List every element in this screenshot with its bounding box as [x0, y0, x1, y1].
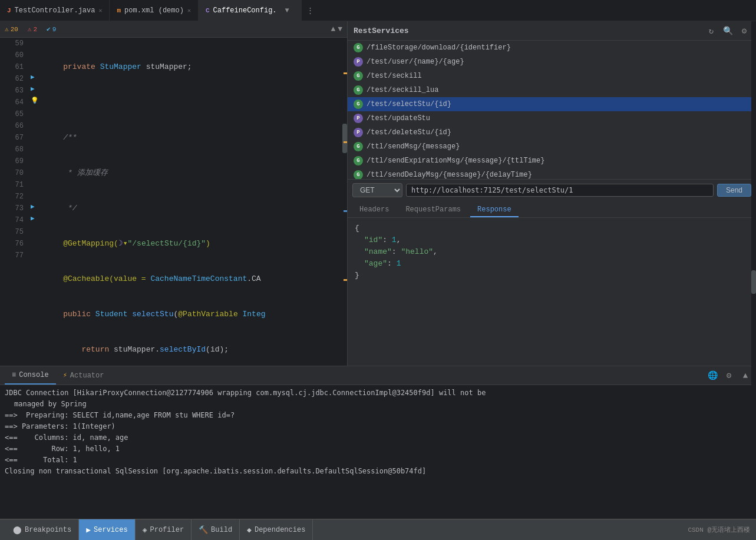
service-path-7: /ttl/sendMsg/{message}: [367, 143, 460, 151]
tab-kt[interactable]: C CaffeineConfig. ▼: [199, 0, 302, 21]
bottom-tabs: ≡ Console ⚡ Actuator 🌐 ⚙ ▲: [0, 366, 756, 385]
method-dropdown[interactable]: GET POST PUT DELETE: [352, 183, 402, 197]
send-button[interactable]: Send: [717, 184, 751, 197]
method-badge-get-3: G: [354, 85, 363, 95]
java-file-icon: J: [7, 7, 11, 14]
status-dependencies[interactable]: ◆ Dependencies: [240, 519, 313, 540]
service-item-2[interactable]: G /test/seckill: [348, 69, 756, 83]
code-line-65: @Cacheable(value = CacheNameTimeConstant…: [45, 273, 342, 285]
tab-console[interactable]: ≡ Console: [5, 366, 56, 385]
bottom-settings-icon[interactable]: ⚙: [723, 370, 735, 382]
gutter-run-66[interactable]: ▶: [31, 85, 35, 92]
method-badge-get-4: G: [354, 100, 363, 109]
method-badge-post-6: P: [354, 128, 363, 137]
service-item-0[interactable]: G /fileStorage/download/{identifier}: [348, 41, 756, 55]
method-badge-get-7: G: [354, 142, 363, 151]
tab-headers[interactable]: Headers: [352, 203, 396, 217]
code-line-63: */: [45, 203, 342, 214]
code-line-67: return stuMapper.selectById(id);: [45, 344, 342, 356]
service-item-4[interactable]: G /test/selectStu/{id}: [348, 97, 756, 111]
service-item-8[interactable]: G /ttl/sendExpirationMsg/{message}/{ttlT…: [348, 154, 756, 168]
gutter-run-65[interactable]: ▶: [31, 73, 35, 81]
globe-icon[interactable]: 🌐: [707, 370, 718, 382]
gutter-warn-67: 💡: [31, 97, 39, 104]
scroll-up-icon[interactable]: ▲: [740, 370, 751, 382]
dependencies-label: Dependencies: [255, 526, 305, 534]
actuator-icon: ⚡: [63, 371, 67, 380]
code-line-61: /**: [45, 132, 342, 144]
status-services[interactable]: ▶ Services: [79, 519, 135, 540]
service-item-6[interactable]: P /test/deleteStu/{id}: [348, 125, 756, 140]
service-path-0: /fileStorage/download/{identifier}: [367, 44, 511, 52]
service-path-6: /test/deleteStu/{id}: [367, 128, 451, 137]
status-profiler[interactable]: ◈ Profiler: [136, 519, 192, 540]
request-area: GET POST PUT DELETE Send: [348, 179, 756, 201]
service-item-7[interactable]: G /ttl/sendMsg/{message}: [348, 140, 756, 154]
console-line-5: <== Total: 1: [5, 455, 751, 466]
bottom-panel: ≡ Console ⚡ Actuator 🌐 ⚙ ▲ JDBC Connecti…: [0, 366, 756, 519]
rest-panel: RestServices ↻ 🔍 ⚙ G /fileStorage/downlo…: [348, 21, 756, 366]
main-area: ⚠ 20 ⚠ 2 ✔ 9 ▲ ▼ 59 60 61 62: [0, 21, 756, 366]
close-tab-java[interactable]: ✕: [98, 7, 102, 14]
service-path-8: /ttl/sendExpirationMsg/{message}/{ttlTim…: [367, 157, 544, 165]
profiler-icon: ◈: [143, 525, 147, 535]
status-breakpoints[interactable]: ⬤ Breakpoints: [6, 519, 79, 540]
settings-icon[interactable]: ⚙: [738, 25, 750, 37]
tab-java[interactable]: J TestController.java ✕: [0, 0, 110, 21]
console-line-2: ==> Parameters: 1(Integer): [5, 421, 751, 432]
tab-kt-label: CaffeineConfig.: [213, 6, 277, 15]
profiler-label: Profiler: [150, 526, 184, 534]
nav-down-icon[interactable]: ▼: [338, 25, 342, 34]
error-count: ⚠ 2: [28, 25, 37, 33]
service-path-1: /test/user/{name}/{age}: [367, 58, 464, 66]
search-icon[interactable]: 🔍: [722, 25, 734, 37]
error-icon: ⚠: [28, 25, 32, 33]
service-item-3[interactable]: G /test/seckill_lua: [348, 83, 756, 97]
response-age: "age": 1: [355, 258, 749, 270]
checkmark-icon: ✔: [47, 25, 51, 33]
tab-overflow-icon[interactable]: ▼: [280, 6, 294, 15]
code-line-64: @GetMapping(☽▾"/selectStu/{id}"): [45, 238, 342, 250]
refresh-icon[interactable]: ↻: [705, 25, 717, 37]
service-item-5[interactable]: P /test/updateStu: [348, 111, 756, 125]
breakpoints-label: Breakpoints: [25, 526, 71, 534]
method-badge-get-0: G: [354, 43, 363, 52]
tab-xml-label: pom.xml (demo): [124, 6, 184, 15]
warning-icon: ⚠: [5, 25, 9, 33]
kt-file-icon: C: [206, 7, 210, 14]
xml-file-icon: m: [117, 7, 121, 14]
code-content[interactable]: private StuMapper stuMapper; /** * 添加缓存 …: [45, 38, 342, 366]
ok-count: ✔ 9: [47, 25, 56, 33]
service-item-1[interactable]: P /test/user/{name}/{age}: [348, 55, 756, 69]
service-path-3: /test/seckill_lua: [367, 86, 438, 94]
tab-java-label: TestController.java: [15, 6, 95, 15]
dependencies-icon: ◆: [247, 525, 252, 535]
method-badge-get-9: G: [354, 170, 363, 179]
code-line-59: private StuMapper stuMapper;: [45, 61, 342, 73]
url-input[interactable]: [406, 184, 714, 197]
close-tab-xml[interactable]: ✕: [187, 7, 191, 14]
tab-xml[interactable]: m pom.xml (demo) ✕: [110, 0, 198, 21]
method-badge-get-2: G: [354, 71, 363, 81]
service-item-9[interactable]: G /ttl/sendDelayMsg/{message}/{delayTime…: [348, 168, 756, 179]
response-id: "id": 1,: [355, 234, 749, 246]
nav-up-icon[interactable]: ▲: [331, 25, 335, 34]
console-line-3: <== Columns: id, name, age: [5, 432, 751, 443]
service-list: G /fileStorage/download/{identifier} P /…: [348, 41, 756, 179]
gutter-run-75[interactable]: ▶: [31, 203, 35, 210]
breakpoints-icon: ⬤: [13, 525, 22, 535]
rest-panel-title: RestServices: [354, 26, 701, 35]
tab-request-params[interactable]: RequestParams: [398, 203, 468, 217]
build-icon: 🔨: [199, 525, 208, 535]
tab-bar: J TestController.java ✕ m pom.xml (demo)…: [0, 0, 756, 21]
status-build[interactable]: 🔨 Build: [192, 519, 240, 540]
console-line-1: ==> Preparing: SELECT id,name,age FROM s…: [5, 410, 751, 421]
tab-actuator[interactable]: ⚡ Actuator: [56, 366, 111, 385]
service-path-9: /ttl/sendDelayMsg/{message}/{delayTime}: [367, 171, 532, 179]
service-path-2: /test/seckill: [367, 72, 422, 80]
more-tabs-icon[interactable]: ⋮: [302, 6, 319, 15]
build-label: Build: [211, 526, 232, 534]
gutter-run-76[interactable]: ▶: [31, 214, 35, 222]
tab-response[interactable]: Response: [470, 203, 519, 217]
response-body: { "id": 1, "name": "hello", "age": 1 }: [348, 218, 756, 366]
